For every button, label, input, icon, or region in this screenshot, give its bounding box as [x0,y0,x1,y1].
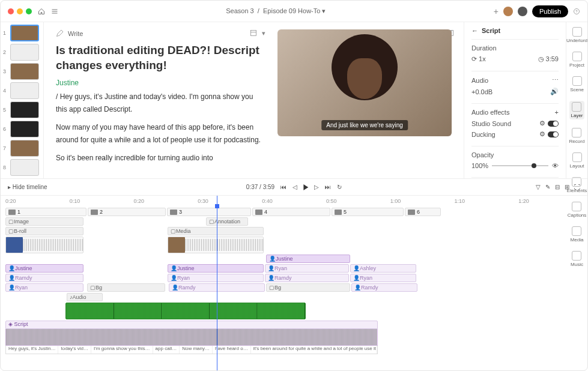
composition-title[interactable]: Is traditional editing DEAD?! Descript c… [56,43,265,73]
script-waveform[interactable] [5,329,378,346]
speaker-clip[interactable]: 👤 Ryan [168,274,264,282]
pencil-icon [56,30,63,37]
media-clip[interactable]: ▢ Media [168,227,264,235]
avatar[interactable] [518,7,527,16]
broll-clip[interactable]: ▢ B-roll [5,227,83,235]
scene-thumb[interactable]: 8 [3,159,41,176]
speaker-clip[interactable]: 👤 Justine [168,264,264,273]
blade-tool-icon[interactable]: ✎ [545,184,550,190]
transcript-paragraph[interactable]: Now many of you may have heard of this a… [56,121,265,146]
fit-icon[interactable]: ⛶ [574,184,580,190]
toggle[interactable] [548,131,559,137]
scene-thumb[interactable]: 4 [3,82,41,99]
loop-icon[interactable]: ↻ [337,184,342,190]
avatar[interactable] [503,7,513,16]
bg-clip[interactable]: ▢ Bg [266,283,350,292]
speaker-clip[interactable]: 👤 Ryan [5,283,83,292]
skip-back-icon[interactable]: ⏮ [280,184,286,190]
caption-overlay: And just like we we're saying [321,120,408,130]
scene-thumb[interactable]: 7 [3,140,41,157]
settings-icon[interactable]: ⚙ [539,119,545,127]
menu-icon[interactable] [51,8,58,15]
studio-sound-toggle[interactable]: Studio Sound [471,120,511,127]
eye-icon[interactable]: 👁 [552,162,559,169]
scene-marker[interactable]: 4 [252,208,330,216]
scene-thumb[interactable]: 3 [3,63,41,80]
speaker-icon[interactable]: 🔊 [550,88,559,95]
transcript-paragraph[interactable]: / Hey guys, it's Justine and today's vid… [56,91,265,115]
transcript-editor[interactable]: Write ▾ Is traditional editing DEAD?! De… [44,22,277,178]
close-window-btn[interactable] [8,8,14,14]
publish-button[interactable]: Publish [532,5,568,17]
image-clip[interactable]: ▢ Image [5,217,83,226]
cursor-tool-icon[interactable]: ▽ [536,184,541,190]
speaker-clip[interactable]: 👤 Ramdy [169,283,265,292]
script-text-track[interactable]: Hey guys, it's Justin…today's vid…I'm go… [5,346,378,354]
help-icon[interactable]: ? [573,8,580,15]
write-mode-label[interactable]: Write [68,30,83,37]
zoom-out-icon[interactable]: ⊟ [555,184,560,190]
rail-scene[interactable]: Scene [570,76,584,92]
speaker-clip[interactable]: 👤 Justine [5,264,83,273]
media-track-clip[interactable] [168,237,264,253]
time-ruler[interactable]: 0:200:100:200:300:400:501:001:101:20 [5,198,583,208]
settings-icon[interactable]: ⚙ [539,130,545,138]
hide-timeline-btn[interactable]: ▸ Hide timeline [8,184,47,190]
scene-marker[interactable]: 3 [167,208,251,216]
rail-layout[interactable]: Layout [569,152,584,169]
speaker-clip[interactable]: 👤 Ryan [350,274,416,282]
add-icon[interactable]: + [494,7,499,16]
scene-thumb[interactable]: 6 [3,121,41,137]
opacity-slider[interactable] [492,165,548,166]
speaker-clip[interactable]: 👤 Ramdy [5,274,83,282]
breadcrumb[interactable]: Season 3 / Episode 09 How-To ▾ [64,7,488,15]
toggle[interactable] [548,121,559,127]
speaker-clip[interactable]: 👤 Ramdy [265,274,349,282]
scene-thumb[interactable]: 1 [3,25,41,41]
speaker-label[interactable]: Justine [56,79,265,87]
scene-thumb[interactable]: 5 [3,101,41,118]
transcript-paragraph[interactable]: So it's been really incredible for turni… [56,152,265,164]
scene-marker[interactable]: 6 [405,208,441,216]
annotation-clip[interactable]: ▢ Annotation [206,217,248,226]
maximize-window-btn[interactable] [26,8,32,14]
scene-marker[interactable]: 2 [88,208,166,216]
rail-layer[interactable]: Layer [569,101,584,119]
video-preview-pane: And just like we we're saying [277,22,464,178]
chevron-down-icon[interactable]: ▾ [262,29,265,37]
window-controls [8,8,32,14]
video-preview[interactable]: And just like we we're saying [277,29,452,136]
timeline[interactable]: 0:200:100:200:300:400:501:001:101:20 1 2… [1,195,587,371]
home-icon[interactable] [38,8,45,15]
scene-markers[interactable]: 1 2 3 4 5 6 [5,208,583,216]
ducking-toggle[interactable]: Ducking [471,131,496,138]
media-track-clip[interactable] [5,237,83,253]
playback-controls: ▸ Hide timeline 0:37 / 3:59 ⏮ ◁ ▷ ⏭ ↻ ▽ … [1,178,587,195]
more-icon[interactable]: ⋯ [552,76,559,84]
bg-clip[interactable]: ▢ Bg [87,283,165,292]
speaker-clip[interactable]: 👤 Ashley [350,264,416,273]
audio-gain[interactable]: +0.0dB [471,88,493,95]
skip-fwd-icon[interactable]: ⏭ [325,184,331,190]
audio-label-clip[interactable]: ♪ Audio [67,293,103,301]
zoom-in-icon[interactable]: ⊞ [565,184,569,190]
rail-underlord[interactable]: Underlord [566,27,587,43]
rail-project[interactable]: Project [569,52,584,68]
scene-thumb[interactable]: 2 [3,44,41,61]
scene-marker[interactable]: 5 [332,208,404,216]
rail-record[interactable]: Record [569,128,585,144]
layout-icon[interactable] [250,29,257,37]
scene-marker[interactable]: 1 [5,208,86,216]
speaker-clip[interactable]: 👤 Ryan [265,264,349,273]
script-track-header[interactable]: ◈ Script [5,321,378,329]
speaker-clip[interactable]: 👤 Ramdy [351,283,417,292]
prev-frame-icon[interactable]: ◁ [292,184,297,190]
opacity-value[interactable]: 100% [471,162,488,169]
back-arrow-icon[interactable]: ← [471,27,478,34]
play-button[interactable] [303,184,308,190]
speaker-clip[interactable]: 👤 Justine [266,255,350,263]
minimize-window-btn[interactable] [17,8,23,14]
add-icon[interactable]: + [555,109,559,116]
audio-waveform-clip[interactable] [65,303,306,319]
next-frame-icon[interactable]: ▷ [314,184,319,190]
